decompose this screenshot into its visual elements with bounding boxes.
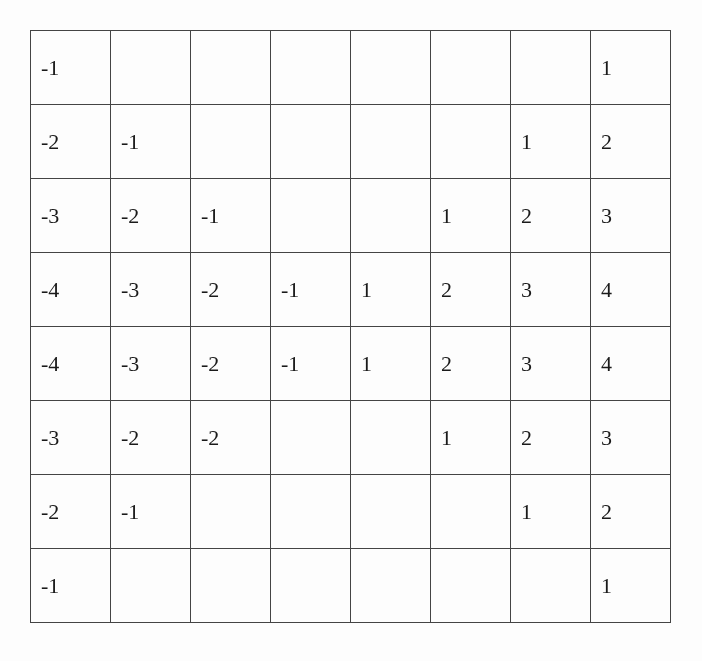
cell bbox=[351, 549, 431, 623]
cell: -1 bbox=[31, 549, 111, 623]
cell: -1 bbox=[191, 179, 271, 253]
cell bbox=[191, 475, 271, 549]
cell: -3 bbox=[111, 327, 191, 401]
cell: -1 bbox=[111, 475, 191, 549]
cell bbox=[351, 31, 431, 105]
cell: 1 bbox=[591, 549, 671, 623]
cell: 1 bbox=[591, 31, 671, 105]
cell: 1 bbox=[431, 179, 511, 253]
cell: -1 bbox=[31, 31, 111, 105]
cell: -3 bbox=[31, 179, 111, 253]
cell bbox=[431, 31, 511, 105]
cell bbox=[271, 401, 351, 475]
cell: -2 bbox=[31, 475, 111, 549]
cell bbox=[511, 31, 591, 105]
cell bbox=[351, 401, 431, 475]
number-grid-table: -1 1 -2 -1 1 2 -3 -2 bbox=[30, 30, 671, 623]
cell bbox=[511, 549, 591, 623]
table-row: -1 1 bbox=[31, 31, 671, 105]
cell bbox=[271, 31, 351, 105]
cell: 1 bbox=[351, 253, 431, 327]
cell: 2 bbox=[431, 253, 511, 327]
cell: 4 bbox=[591, 327, 671, 401]
cell: 2 bbox=[431, 327, 511, 401]
cell bbox=[191, 549, 271, 623]
cell: 1 bbox=[431, 401, 511, 475]
cell bbox=[351, 475, 431, 549]
cell: -2 bbox=[191, 253, 271, 327]
cell: 1 bbox=[511, 105, 591, 179]
cell: 4 bbox=[591, 253, 671, 327]
grid-body: -1 1 -2 -1 1 2 -3 -2 bbox=[31, 31, 671, 623]
table-row: -3 -2 -1 1 2 3 bbox=[31, 179, 671, 253]
cell bbox=[431, 475, 511, 549]
cell bbox=[191, 31, 271, 105]
cell bbox=[111, 549, 191, 623]
table-row: -4 -3 -2 -1 1 2 3 4 bbox=[31, 253, 671, 327]
cell: -4 bbox=[31, 327, 111, 401]
cell: 3 bbox=[511, 327, 591, 401]
cell bbox=[351, 105, 431, 179]
cell bbox=[431, 549, 511, 623]
cell bbox=[431, 105, 511, 179]
cell: -3 bbox=[111, 253, 191, 327]
cell bbox=[271, 475, 351, 549]
cell: 2 bbox=[511, 179, 591, 253]
grid-table: -1 1 -2 -1 1 2 -3 -2 bbox=[30, 30, 671, 623]
cell: -1 bbox=[111, 105, 191, 179]
cell: -1 bbox=[271, 327, 351, 401]
cell: 2 bbox=[511, 401, 591, 475]
cell bbox=[271, 179, 351, 253]
cell: -2 bbox=[111, 401, 191, 475]
cell: -2 bbox=[191, 401, 271, 475]
cell: -4 bbox=[31, 253, 111, 327]
cell: 1 bbox=[351, 327, 431, 401]
cell: 1 bbox=[511, 475, 591, 549]
cell: 3 bbox=[591, 179, 671, 253]
cell bbox=[351, 179, 431, 253]
table-row: -2 -1 1 2 bbox=[31, 475, 671, 549]
cell: -3 bbox=[31, 401, 111, 475]
table-row: -1 1 bbox=[31, 549, 671, 623]
cell bbox=[271, 549, 351, 623]
table-row: -2 -1 1 2 bbox=[31, 105, 671, 179]
cell: -2 bbox=[191, 327, 271, 401]
table-row: -4 -3 -2 -1 1 2 3 4 bbox=[31, 327, 671, 401]
cell: -1 bbox=[271, 253, 351, 327]
cell: 2 bbox=[591, 105, 671, 179]
cell: -2 bbox=[31, 105, 111, 179]
table-row: -3 -2 -2 1 2 3 bbox=[31, 401, 671, 475]
cell bbox=[191, 105, 271, 179]
cell: 2 bbox=[591, 475, 671, 549]
cell bbox=[271, 105, 351, 179]
cell: 3 bbox=[511, 253, 591, 327]
cell: -2 bbox=[111, 179, 191, 253]
cell: 3 bbox=[591, 401, 671, 475]
cell bbox=[111, 31, 191, 105]
